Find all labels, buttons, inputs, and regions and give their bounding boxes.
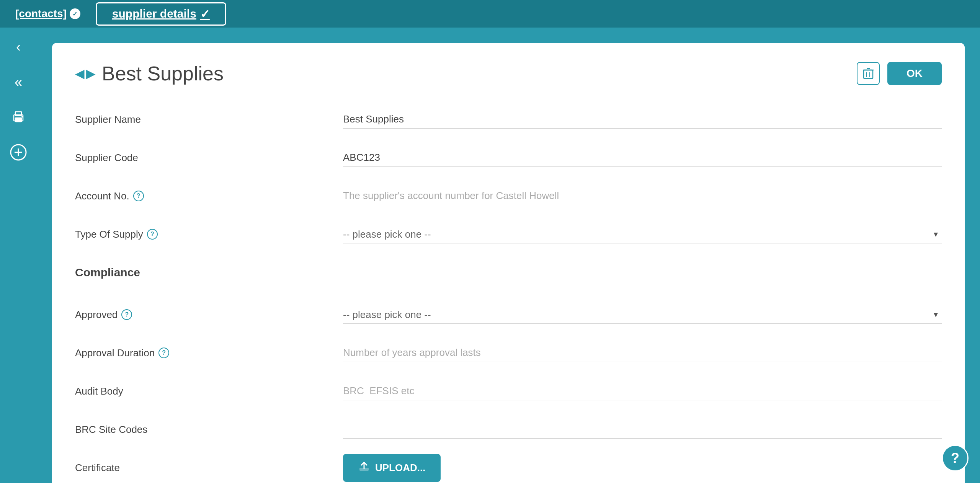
account-no-field xyxy=(343,187,942,205)
approved-field: -- please pick one -- xyxy=(343,306,942,324)
ok-button[interactable]: OK xyxy=(887,62,942,85)
approved-select-wrapper: -- please pick one -- xyxy=(343,306,942,324)
audit-body-input[interactable] xyxy=(343,382,942,400)
supplier-card: ◀ ▶ Best Supplies OK xyxy=(52,43,965,483)
svg-rect-7 xyxy=(864,70,873,78)
type-of-supply-select-wrapper: -- please pick one -- xyxy=(343,225,942,243)
card-actions: OK xyxy=(857,62,942,85)
supplier-name-input[interactable] xyxy=(343,110,942,129)
svg-point-3 xyxy=(21,116,23,117)
approved-label: Approved ? xyxy=(75,309,343,321)
certificate-field: UPLOAD... xyxy=(343,454,942,482)
approved-select[interactable]: -- please pick one -- xyxy=(343,306,942,324)
audit-body-label: Audit Body xyxy=(75,385,343,397)
brc-site-codes-field xyxy=(343,420,942,439)
approval-duration-help-icon[interactable]: ? xyxy=(158,348,169,358)
type-of-supply-row: Type Of Supply ? -- please pick one -- xyxy=(75,219,942,250)
print-icon[interactable] xyxy=(11,109,26,125)
compliance-heading-row: Compliance xyxy=(75,257,942,288)
account-no-row: Account No. ? xyxy=(75,181,942,211)
brc-site-codes-row: BRC Site Codes xyxy=(75,414,942,445)
compliance-heading: Compliance xyxy=(75,266,343,279)
contacts-check-icon: ✓ xyxy=(70,8,80,19)
card-title-area: ◀ ▶ Best Supplies xyxy=(75,62,224,85)
upload-label: UPLOAD... xyxy=(375,462,425,474)
approval-duration-input[interactable] xyxy=(343,344,942,362)
upload-icon xyxy=(358,461,370,475)
supplier-code-row: Supplier Code xyxy=(75,142,942,173)
approval-duration-label: Approval Duration ? xyxy=(75,347,343,359)
supplier-code-input[interactable] xyxy=(343,148,942,167)
supplier-code-label: Supplier Code xyxy=(75,152,343,164)
supplier-details-tab[interactable]: supplier details ✓ xyxy=(96,2,226,26)
approved-row: Approved ? -- please pick one -- xyxy=(75,299,942,330)
certificate-row: Certificate UPLOAD... xyxy=(75,452,942,483)
sidebar: ‹ « xyxy=(0,28,37,483)
approval-duration-row: Approval Duration ? xyxy=(75,338,942,368)
approval-duration-field xyxy=(343,344,942,362)
svg-rect-2 xyxy=(15,118,21,122)
account-no-help-icon[interactable]: ? xyxy=(133,191,144,201)
help-button[interactable]: ? xyxy=(942,445,969,472)
contacts-link[interactable]: [contacts] ✓ xyxy=(15,8,80,20)
type-of-supply-help-icon[interactable]: ? xyxy=(147,229,158,240)
contacts-label: [contacts] xyxy=(15,8,67,20)
main-content: ◀ ▶ Best Supplies OK xyxy=(37,28,980,483)
audit-body-field xyxy=(343,382,942,400)
card-title: Best Supplies xyxy=(102,62,224,85)
account-no-input[interactable] xyxy=(343,187,942,205)
audit-body-row: Audit Body xyxy=(75,376,942,406)
supplier-code-field xyxy=(343,148,942,167)
nav-arrows[interactable]: ◀ ▶ xyxy=(75,66,96,81)
prev-arrow-icon[interactable]: ◀ xyxy=(75,66,85,81)
card-header: ◀ ▶ Best Supplies OK xyxy=(75,62,942,85)
type-of-supply-label: Type Of Supply ? xyxy=(75,228,343,240)
certificate-label: Certificate xyxy=(75,462,343,474)
back-icon[interactable]: ‹ xyxy=(16,39,21,55)
supplier-name-field xyxy=(343,110,942,129)
next-arrow-icon[interactable]: ▶ xyxy=(86,66,96,81)
upload-button[interactable]: UPLOAD... xyxy=(343,454,441,482)
approved-help-icon[interactable]: ? xyxy=(121,309,132,320)
brc-site-codes-input[interactable] xyxy=(343,420,942,439)
supplier-name-label: Supplier Name xyxy=(75,114,343,126)
main-form-section: Supplier Name Supplier Code Account No. xyxy=(75,104,942,483)
help-button-label: ? xyxy=(951,450,959,466)
brc-site-codes-label: BRC Site Codes xyxy=(75,424,343,436)
account-no-label: Account No. ? xyxy=(75,190,343,202)
type-of-supply-field: -- please pick one -- xyxy=(343,225,942,243)
add-icon[interactable] xyxy=(10,144,27,161)
supplier-details-label: supplier details xyxy=(112,7,196,20)
type-of-supply-select[interactable]: -- please pick one -- xyxy=(343,225,942,243)
double-back-icon[interactable]: « xyxy=(15,74,22,90)
delete-button[interactable] xyxy=(857,62,880,85)
top-bar: [contacts] ✓ supplier details ✓ xyxy=(0,0,980,28)
supplier-name-row: Supplier Name xyxy=(75,104,942,135)
supplier-check-icon: ✓ xyxy=(200,7,210,21)
